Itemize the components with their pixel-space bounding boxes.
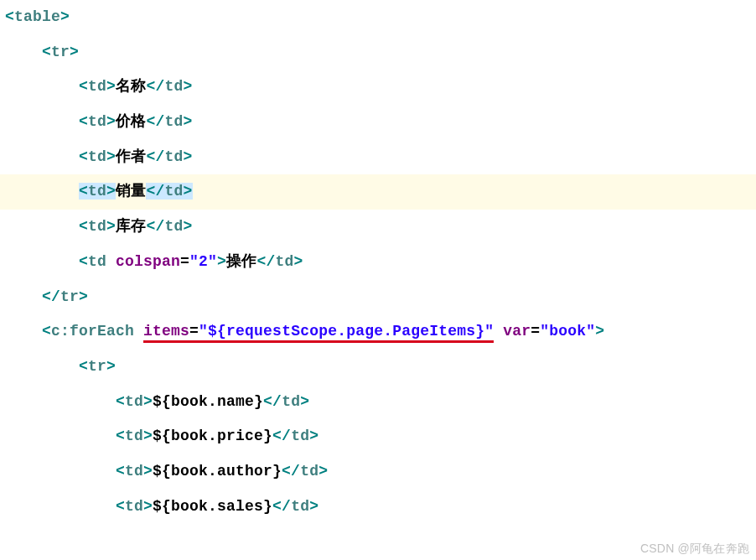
code-line[interactable]: <c:forEach items="${requestScope.page.Pa… bbox=[0, 314, 756, 350]
angle-close: > bbox=[79, 288, 88, 305]
indent bbox=[5, 253, 79, 270]
tag-td: td bbox=[88, 218, 106, 235]
tag-td: td bbox=[125, 428, 143, 444]
space bbox=[134, 323, 143, 340]
cell-text-stock: 库存 bbox=[116, 218, 146, 235]
indent bbox=[5, 498, 116, 515]
angle-open: </ bbox=[272, 428, 291, 444]
tag-td-close: td bbox=[164, 148, 183, 165]
angle-open: </ bbox=[146, 218, 164, 235]
angle-close: > bbox=[70, 44, 79, 60]
tag-td-close: td bbox=[164, 78, 183, 95]
cell-text-ops: 操作 bbox=[226, 253, 256, 270]
angle-open: < bbox=[116, 428, 125, 444]
angle-close: > bbox=[60, 8, 70, 25]
code-line[interactable]: <td>作者</td> bbox=[0, 140, 756, 175]
code-line[interactable]: <tr> bbox=[0, 350, 756, 385]
tag-table: table bbox=[14, 8, 60, 25]
angle-close: > bbox=[143, 463, 153, 480]
val-var: "book" bbox=[540, 323, 595, 340]
angle-close: > bbox=[294, 253, 303, 270]
angle-open: </ bbox=[257, 253, 276, 270]
angle-close: > bbox=[184, 78, 193, 95]
indent bbox=[5, 393, 116, 410]
tag-td-close: td bbox=[164, 113, 183, 130]
angle-open: < bbox=[42, 44, 51, 60]
angle-close: > bbox=[300, 393, 309, 410]
tag-td-close: td bbox=[291, 498, 309, 515]
expr-book-sales: ${book.sales} bbox=[153, 498, 272, 515]
indent bbox=[5, 463, 116, 480]
equals: = bbox=[180, 253, 189, 270]
val-colspan: "2" bbox=[189, 253, 217, 270]
cell-text-price: 价格 bbox=[116, 113, 146, 130]
code-line-highlighted[interactable]: <td>销量</td> bbox=[0, 174, 756, 210]
code-line[interactable]: <tr> bbox=[0, 35, 756, 70]
angle-close: > bbox=[106, 218, 116, 235]
indent bbox=[5, 358, 79, 375]
expr-book-name: ${book.name} bbox=[153, 393, 263, 410]
angle-close: > bbox=[318, 463, 328, 480]
angle-close: > bbox=[143, 393, 153, 410]
angle-close: > bbox=[106, 113, 116, 130]
tag-foreach: c:forEach bbox=[51, 323, 134, 340]
indent bbox=[5, 78, 79, 95]
angle-open: < bbox=[116, 393, 125, 410]
angle-open: < bbox=[5, 8, 14, 25]
angle-open: < bbox=[79, 358, 88, 375]
cell-text-sales: 销量 bbox=[116, 183, 146, 200]
indent bbox=[5, 428, 116, 444]
tag-td-close: td bbox=[164, 218, 183, 235]
angle-close: > bbox=[184, 148, 193, 165]
tag-td: td bbox=[125, 463, 143, 480]
code-line[interactable]: </tr> bbox=[0, 280, 756, 315]
tag-td-close: td bbox=[282, 393, 300, 410]
angle-open: </ bbox=[146, 113, 164, 130]
angle-open: < bbox=[79, 113, 88, 130]
angle-close: > bbox=[106, 148, 116, 165]
indent bbox=[5, 113, 79, 130]
expr-book-author: ${book.author} bbox=[153, 463, 282, 480]
angle-close: > bbox=[309, 498, 318, 515]
tag-td: td bbox=[88, 183, 106, 200]
equals: = bbox=[189, 323, 199, 343]
code-line[interactable]: <td colspan="2">操作</td> bbox=[0, 245, 756, 280]
angle-open: < bbox=[116, 463, 125, 480]
angle-open: < bbox=[116, 498, 125, 515]
code-line[interactable]: <table> bbox=[0, 0, 756, 35]
angle-close: > bbox=[143, 428, 153, 444]
angle-close: > bbox=[595, 323, 604, 340]
indent bbox=[5, 323, 42, 340]
equals: = bbox=[531, 323, 540, 340]
tag-td: td bbox=[125, 498, 143, 515]
angle-open: </ bbox=[263, 393, 282, 410]
angle-open: </ bbox=[42, 288, 60, 305]
cell-text-name: 名称 bbox=[116, 78, 146, 95]
code-line[interactable]: <td>价格</td> bbox=[0, 105, 756, 140]
tag-td-close: td bbox=[276, 253, 294, 270]
attr-colspan: colspan bbox=[116, 253, 180, 270]
code-line[interactable]: <td>库存</td> bbox=[0, 210, 756, 245]
attr-var: var bbox=[503, 323, 531, 340]
tag-td-close: td bbox=[300, 463, 318, 480]
angle-open: < bbox=[79, 183, 88, 200]
angle-close: > bbox=[106, 78, 116, 95]
tag-tr: tr bbox=[88, 358, 106, 375]
space bbox=[106, 253, 116, 270]
code-line[interactable]: <td>${book.sales}</td> bbox=[0, 490, 756, 525]
angle-open: < bbox=[42, 323, 51, 340]
angle-close: > bbox=[184, 113, 193, 130]
code-line[interactable]: <td>${book.author}</td> bbox=[0, 454, 756, 490]
indent bbox=[5, 44, 42, 60]
code-line[interactable]: <td>名称</td> bbox=[0, 70, 756, 105]
tag-td: td bbox=[88, 148, 106, 165]
val-items: "${requestScope.page.PageItems}" bbox=[199, 323, 494, 343]
angle-open: </ bbox=[146, 183, 164, 200]
tag-td: td bbox=[88, 113, 106, 130]
angle-open: </ bbox=[146, 78, 164, 95]
space bbox=[494, 323, 503, 340]
angle-close: > bbox=[106, 183, 116, 200]
code-line[interactable]: <td>${book.name}</td> bbox=[0, 385, 756, 420]
angle-close: > bbox=[143, 498, 153, 515]
code-line[interactable]: <td>${book.price}</td> bbox=[0, 419, 756, 454]
